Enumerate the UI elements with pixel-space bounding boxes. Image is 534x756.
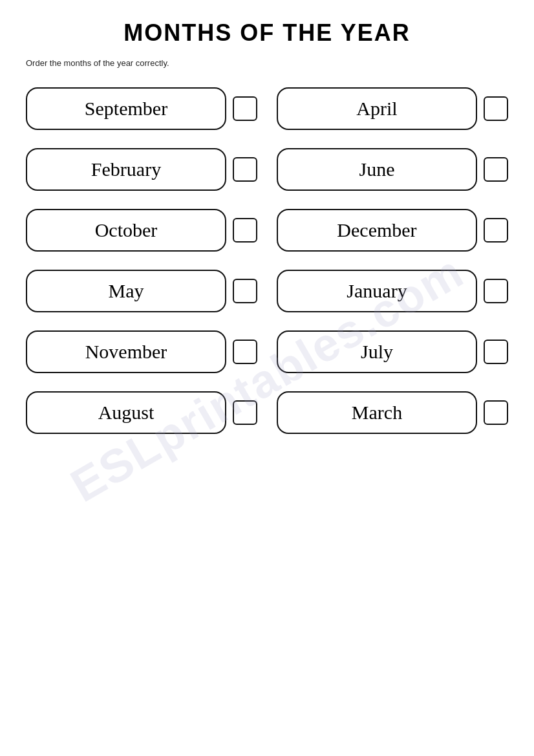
month-label-july: July: [277, 330, 477, 373]
month-label-june: June: [277, 148, 477, 191]
month-item-october: October: [26, 209, 257, 252]
month-item-december: December: [277, 209, 508, 252]
month-checkbox-september[interactable]: [233, 96, 257, 121]
month-checkbox-february[interactable]: [233, 157, 257, 182]
page-title: MONTHS OF THE YEAR: [26, 19, 508, 47]
month-checkbox-july[interactable]: [484, 340, 508, 364]
month-item-august: August: [26, 391, 257, 434]
month-item-june: June: [277, 148, 508, 191]
month-checkbox-april[interactable]: [484, 96, 508, 121]
month-label-october: October: [26, 209, 226, 252]
months-grid: SeptemberAprilFebruaryJuneOctoberDecembe…: [26, 87, 508, 434]
month-label-march: March: [277, 391, 477, 434]
month-label-may: May: [26, 270, 226, 312]
instructions-text: Order the months of the year correctly.: [26, 58, 508, 68]
month-label-august: August: [26, 391, 226, 434]
month-label-november: November: [26, 330, 226, 373]
month-item-september: September: [26, 87, 257, 130]
month-checkbox-may[interactable]: [233, 279, 257, 303]
month-checkbox-august[interactable]: [233, 400, 257, 425]
month-label-april: April: [277, 87, 477, 130]
month-checkbox-november[interactable]: [233, 340, 257, 364]
month-item-july: July: [277, 330, 508, 373]
month-checkbox-march[interactable]: [484, 400, 508, 425]
month-label-february: February: [26, 148, 226, 191]
month-item-march: March: [277, 391, 508, 434]
month-label-january: January: [277, 270, 477, 312]
month-checkbox-october[interactable]: [233, 218, 257, 243]
month-item-april: April: [277, 87, 508, 130]
month-label-december: December: [277, 209, 477, 252]
month-checkbox-june[interactable]: [484, 157, 508, 182]
month-checkbox-january[interactable]: [484, 279, 508, 303]
month-item-november: November: [26, 330, 257, 373]
month-label-september: September: [26, 87, 226, 130]
month-item-february: February: [26, 148, 257, 191]
month-checkbox-december[interactable]: [484, 218, 508, 243]
month-item-may: May: [26, 270, 257, 312]
month-item-january: January: [277, 270, 508, 312]
